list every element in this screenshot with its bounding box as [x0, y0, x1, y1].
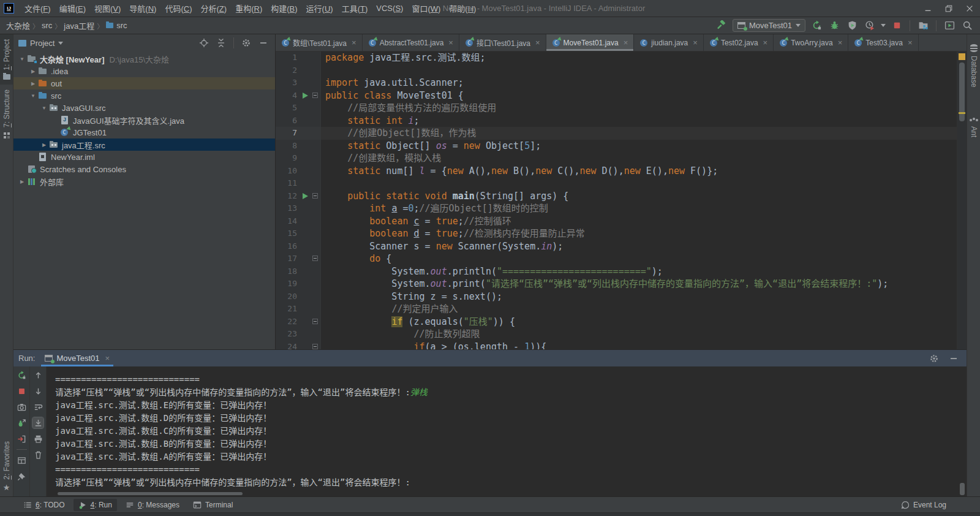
scroll-to-end-icon[interactable] — [32, 417, 43, 428]
tree-chevron-icon[interactable]: ▶ — [39, 142, 49, 148]
code-text[interactable]: System.out.print("请选择“压栈”“弹栈”或“列出栈内存中储存的… — [321, 278, 957, 290]
tree-chevron-icon[interactable]: ▼ — [39, 105, 49, 111]
line-number[interactable]: 6 — [276, 115, 301, 127]
settings-gear-icon[interactable] — [239, 36, 253, 50]
code-text[interactable]: do { — [321, 252, 957, 265]
fold-icon[interactable] — [312, 256, 318, 261]
toolwindow-button-terminal[interactable]: Terminal — [188, 499, 238, 511]
menu-item-S[interactable]: VCS(S) — [372, 4, 407, 13]
menu-item-V[interactable]: 视图(V) — [90, 2, 125, 14]
close-icon[interactable]: × — [535, 38, 540, 47]
fold-icon[interactable] — [312, 319, 318, 324]
line-number[interactable]: 5 — [276, 102, 301, 115]
build-hammer-icon[interactable] — [715, 19, 728, 32]
line-number[interactable]: 15 — [276, 227, 301, 240]
stripe-button-project[interactable]: 1: Project — [0, 34, 13, 85]
code-text[interactable]: public class MoveTest01 { — [321, 89, 957, 102]
code-text[interactable]: boolean c = true;//控制循环 — [321, 215, 957, 228]
maximize-icon[interactable] — [938, 0, 959, 17]
line-number[interactable]: 13 — [276, 202, 301, 215]
toolwindow-button-run[interactable]: 4: Run — [74, 499, 117, 511]
menu-item-Z[interactable]: 分析(Z) — [197, 2, 232, 14]
code-text[interactable]: //防止数列超限 — [321, 328, 957, 341]
close-icon[interactable]: × — [908, 38, 913, 47]
line-number[interactable]: 11 — [276, 177, 301, 190]
line-number[interactable]: 17 — [276, 252, 301, 265]
close-icon[interactable] — [959, 0, 980, 17]
code-text[interactable]: static int i; — [321, 115, 957, 127]
menu-item-N[interactable]: 导航(N) — [125, 2, 160, 14]
editor-tab[interactable]: 接口\Test01.java× — [459, 34, 546, 51]
thread-dump-icon[interactable] — [16, 401, 27, 412]
menu-item-F[interactable]: 文件(F) — [20, 2, 55, 14]
tree-item[interactable]: ▶java工程.src — [13, 138, 275, 151]
line-number[interactable]: 18 — [276, 265, 301, 278]
file-warning-indicator-icon[interactable] — [959, 53, 965, 60]
code-text[interactable]: int a =0;//遍历Object[]数组时的控制 — [321, 202, 957, 215]
code-text[interactable]: //判定用户输入 — [321, 303, 957, 316]
search-everywhere-icon[interactable] — [960, 19, 974, 32]
run-console-tab[interactable]: MoveTest01 × — [41, 350, 113, 366]
editor-tab[interactable]: TwoArry.java× — [774, 34, 848, 51]
profiler-dropdown-icon[interactable] — [881, 24, 886, 27]
restore-layout-icon[interactable] — [16, 455, 27, 466]
line-number[interactable]: 3 — [276, 77, 301, 89]
hide-panel-icon[interactable] — [947, 352, 960, 365]
code-text[interactable] — [321, 177, 957, 190]
code-text[interactable]: if (z.equals("压栈")) { — [321, 316, 957, 328]
code-text[interactable]: boolean d = true;//检测栈内存使用量防止异常 — [321, 227, 957, 240]
collapse-all-icon[interactable] — [214, 36, 228, 50]
warning-mark-icon[interactable] — [959, 112, 965, 114]
line-number[interactable]: 22 — [276, 316, 301, 328]
fold-icon[interactable] — [312, 193, 318, 199]
tree-item[interactable]: JavaGUI基础字符及其含义.java — [13, 114, 275, 126]
breadcrumb-item[interactable]: src — [42, 21, 52, 30]
line-number[interactable]: 21 — [276, 303, 301, 316]
disconnect-icon[interactable] — [16, 433, 27, 444]
tree-chevron-icon[interactable]: ▶ — [28, 81, 38, 86]
line-number[interactable]: 10 — [276, 165, 301, 178]
menu-item-T[interactable]: 工具(T) — [337, 2, 372, 14]
menu-item-U[interactable]: 运行(U) — [302, 2, 337, 14]
code-text[interactable]: public static void main(String[] args) { — [321, 190, 957, 203]
fold-icon[interactable] — [312, 93, 318, 98]
line-number[interactable]: 16 — [276, 240, 301, 253]
close-icon[interactable]: × — [352, 38, 356, 47]
editor-scrollbar[interactable] — [957, 51, 967, 349]
debug-icon[interactable] — [827, 19, 841, 32]
tree-item[interactable]: ▶out — [13, 77, 275, 89]
breadcrumb-item[interactable]: src — [106, 21, 127, 30]
editor-tab[interactable]: jiudian.java× — [634, 34, 704, 51]
line-number[interactable]: 8 — [276, 140, 301, 153]
run-dashboard-icon[interactable] — [943, 19, 956, 32]
code-text[interactable]: //创建数组，模拟入栈 — [321, 152, 957, 165]
stop-icon[interactable] — [890, 19, 903, 32]
up-stack-icon[interactable] — [32, 370, 43, 381]
code-text[interactable] — [321, 64, 957, 77]
console-output[interactable]: ============================请选择“压栈”“弹栈”或… — [47, 366, 967, 496]
code-text[interactable]: import java.util.Scanner; — [321, 77, 957, 89]
soft-wrap-icon[interactable] — [32, 401, 43, 412]
close-icon[interactable]: × — [838, 38, 843, 47]
close-icon[interactable]: × — [448, 38, 453, 47]
line-number[interactable]: 7 — [276, 127, 301, 140]
clear-all-icon[interactable] — [32, 449, 43, 460]
tree-item[interactable]: ▼大杂烩 [NewYear]D:\java15\大杂烩 — [13, 53, 275, 65]
line-number[interactable]: 14 — [276, 215, 301, 228]
line-number[interactable]: 19 — [276, 278, 301, 290]
line-number[interactable]: 12 — [276, 190, 301, 203]
hide-panel-icon[interactable] — [257, 36, 270, 50]
stripe-button-database[interactable]: Database — [967, 39, 980, 92]
pin-icon[interactable] — [16, 471, 27, 482]
close-icon[interactable]: × — [693, 38, 698, 47]
code-text[interactable]: String z = s.next(); — [321, 290, 957, 303]
tree-chevron-icon[interactable]: ▼ — [17, 56, 27, 62]
down-stack-icon[interactable] — [32, 385, 43, 396]
menu-item-B[interactable]: 构建(B) — [266, 2, 301, 14]
stop-icon[interactable] — [16, 385, 27, 396]
profiler-icon[interactable] — [863, 19, 876, 32]
editor-tab[interactable]: 数组\Test01.java× — [276, 34, 363, 51]
code-text[interactable]: if(a > (os.length - 1)){ — [321, 341, 957, 350]
line-number[interactable]: 1 — [276, 51, 301, 64]
line-number[interactable]: 23 — [276, 328, 301, 341]
